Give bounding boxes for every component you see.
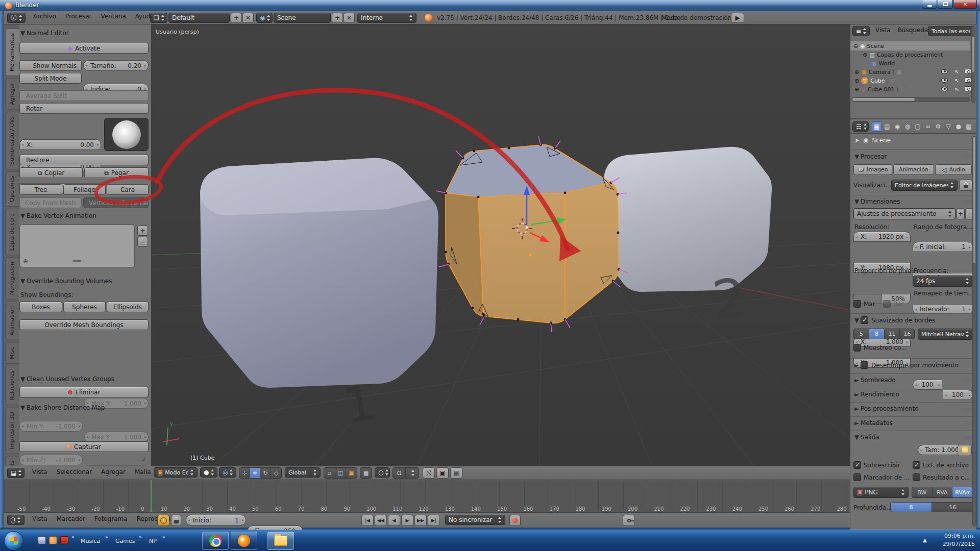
show-normals-button[interactable]: ▢Show Normals <box>19 60 82 71</box>
render-imagen-button[interactable]: Imagen <box>853 164 892 175</box>
overwrite-checkbox[interactable]: Sobrescribir <box>853 461 900 469</box>
viewport-3d[interactable]: y Usuario (persp) (1) Cube <box>152 24 850 466</box>
timeline-menu-item[interactable]: Fotograma <box>90 514 132 524</box>
playback-button[interactable]: ▶ <box>401 515 413 526</box>
section-pos-procesamiento[interactable]: ►Pos procesamiento <box>854 405 919 412</box>
cara-button[interactable]: Cara <box>107 184 149 195</box>
panel-title-normal-editor[interactable]: ▼Normal Editor <box>20 30 69 37</box>
tab-render[interactable]: ▣ <box>872 121 882 132</box>
display-lock-button[interactable] <box>959 180 972 191</box>
rotate-x-field[interactable]: X:0.00 <box>19 139 101 150</box>
snap-target-select[interactable] <box>406 468 419 478</box>
tool-shelf-tab[interactable]: Impresión 3D <box>5 407 19 454</box>
opengl-render-button[interactable]: ▣ <box>436 467 449 479</box>
panel-title-bake-shore[interactable]: ▼Bake Shore Distance Map <box>20 404 105 411</box>
list-resize-grip[interactable]: ══ <box>73 258 81 265</box>
outliner-row-cube[interactable]: ⊕ ▽ Cube | ▽ ↖ <box>854 77 895 85</box>
outliner-hscrollbar[interactable] <box>851 97 970 102</box>
direction-sphere-widget[interactable] <box>104 118 149 151</box>
tab-render-layers[interactable]: ▤ <box>882 121 892 132</box>
renderability-camera-icon[interactable] <box>965 78 971 83</box>
quicklaunch-flash-icon[interactable] <box>60 536 68 544</box>
foliage-button[interactable]: Foliage <box>63 184 106 195</box>
start-button[interactable] <box>4 531 23 550</box>
pivot-select[interactable]: ◎ <box>219 467 236 478</box>
placeholder-checkbox[interactable]: Marcador de ... <box>853 473 910 481</box>
boxes-button[interactable]: Boxes <box>19 302 62 312</box>
proportional-edit-select[interactable]: ○ <box>375 467 390 478</box>
outliner-row-camera[interactable]: ⊕ ▣ Camera | ▣ ↖ <box>854 68 902 76</box>
maximize-button[interactable] <box>938 0 953 9</box>
editor-type-button-outliner[interactable]: ≡ <box>852 26 870 36</box>
render-preset-select[interactable]: Ajustes de procesamiento <box>853 208 955 219</box>
file-extension-checkbox[interactable]: Ext. de archivo <box>913 461 969 469</box>
size-field[interactable]: Tamaño:0.20 <box>83 60 149 71</box>
tool-shelf-tab[interactable]: Relaciones <box>5 366 19 405</box>
fps-select[interactable]: 24 fps <box>913 276 973 287</box>
manipulator-translate-toggle[interactable]: ✛ <box>250 468 261 478</box>
outliner-scope-select[interactable]: Todas las escenas <box>928 26 974 36</box>
selectability-cursor-icon[interactable]: ↖ <box>954 86 959 93</box>
playback-button[interactable]: ◀ <box>388 515 400 526</box>
frame-step-field[interactable]: Intervalo:1 <box>913 304 973 314</box>
motion-blur-checkbox[interactable] <box>861 361 868 369</box>
section-dimensiones[interactable]: ▼Dimensiones <box>854 198 900 205</box>
outliner-menu-item[interactable]: Vista <box>872 24 894 36</box>
render-engine-select[interactable]: Interno <box>357 13 416 23</box>
orientation-select[interactable]: Global <box>285 467 321 478</box>
outliner-row-renderlayers[interactable]: ⊕ ▤ Capas de procesamient <box>863 51 943 59</box>
display-select[interactable]: Editor de imágenes <box>891 180 958 191</box>
ellipsoids-button[interactable]: Ellipsoids <box>107 302 149 312</box>
section-metadatos[interactable]: ►Metadatos <box>854 419 893 427</box>
record-button[interactable] <box>509 515 521 526</box>
frame-start-field[interactable]: Inicio:1 <box>186 515 246 525</box>
aa-filter-select[interactable]: Mitchell-Netrav... <box>918 329 973 340</box>
occlude-toggle[interactable]: ▩ <box>360 467 372 479</box>
tab-modifiers[interactable]: ⚙ <box>933 121 943 132</box>
selectability-cursor-icon[interactable]: ↖ <box>954 78 959 84</box>
restore-button[interactable]: Restore <box>19 155 149 165</box>
opengl-render-anim-button[interactable]: ▤ <box>450 467 462 479</box>
output-path-browse-button[interactable] <box>958 445 972 456</box>
outliner-row-world[interactable]: ◍ World <box>872 59 895 67</box>
panel-title-bake-vertex[interactable]: ▼Bake Vertex Animation <box>20 212 96 219</box>
layout-add-button[interactable]: + <box>231 13 242 23</box>
manipulator-axes-toggle[interactable]: ⊹ <box>239 468 250 478</box>
editor-type-button[interactable]: ⓘ <box>7 13 26 23</box>
mar-checkbox[interactable]: Mar <box>853 300 875 308</box>
capturar-button[interactable]: Capturar <box>19 441 149 452</box>
pin-icon[interactable]: ➤ <box>854 137 860 144</box>
min-z-field[interactable]: Min Z:-1.000 <box>19 455 83 465</box>
manipulator-rotate-toggle[interactable]: ↻ <box>260 468 271 478</box>
expand-icon[interactable]: ⊕ <box>854 69 859 76</box>
tool-shelf-tab[interactable]: Agregar <box>5 78 19 110</box>
vertex-select-toggle[interactable]: ▫ <box>324 468 335 478</box>
remap-old-field[interactable]: 100 <box>913 380 942 390</box>
properties-vscrollbar[interactable] <box>972 136 976 527</box>
full-sample-checkbox[interactable]: Muestreo co... <box>853 344 907 352</box>
depth-16-button[interactable]: 16 <box>932 503 973 512</box>
panel-title-override-bounding[interactable]: ▼Override Bounding Volumes <box>20 278 112 285</box>
copy-over-button[interactable]: ⤭ <box>423 467 435 479</box>
tool-shelf-tab[interactable]: Opciones <box>5 171 19 207</box>
scene-add-button[interactable]: + <box>332 13 343 23</box>
viewport-menu-item[interactable]: Vista <box>28 467 52 477</box>
edge-select-toggle[interactable]: ◫ <box>335 468 347 478</box>
close-button[interactable]: ✕ <box>953 0 977 9</box>
section-sombreado[interactable]: ►Sombreado <box>854 377 896 384</box>
section-desenfoque[interactable]: ►Desenfoque por movimiento <box>854 361 959 369</box>
resolution-x-field[interactable]: X:1920 px <box>853 232 911 242</box>
playback-button[interactable]: ▶| <box>428 515 440 526</box>
toolbar-np[interactable]: NP <box>149 538 157 544</box>
editor-type-button-properties[interactable]: ☰ <box>852 121 869 132</box>
layout-name-field[interactable]: Default <box>168 13 230 23</box>
aa-sample-button[interactable]: 8 <box>869 329 885 339</box>
collapse-icon[interactable]: ⊖ <box>853 43 858 49</box>
viewport-menu-item[interactable]: Agregar <box>96 467 130 477</box>
expand-icon[interactable]: ⊕ <box>854 86 859 93</box>
eliminar-button[interactable]: ⊗Eliminar <box>19 387 149 397</box>
aa-sample-button[interactable]: 5 <box>854 329 869 339</box>
pegar-button[interactable]: ⧉Pegar <box>84 167 149 178</box>
aa-sample-button[interactable]: 11 <box>885 329 900 339</box>
activate-button[interactable]: ◆Activate <box>19 43 149 54</box>
